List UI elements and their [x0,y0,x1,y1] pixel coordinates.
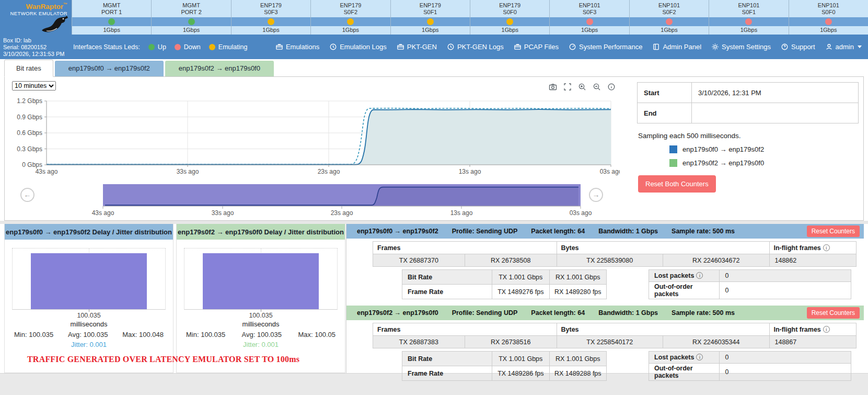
nav-emulation-logs[interactable]: Emulation Logs [329,43,387,51]
nav-pcap-files[interactable]: PCAP Files [514,43,559,51]
port-name-line1: ENP179 [391,2,470,9]
port-enp179s0f3[interactable]: ENP179S0F3 1Gbps [231,0,310,35]
histogram-unit: milliseconds [5,320,173,328]
max-value: Max: 100.048 [122,331,164,338]
briefcase-icon [397,43,404,51]
nav-pkt-gen-logs[interactable]: PKT-GEN Logs [447,43,504,51]
bitrate-label: Bit Rate [402,352,492,366]
clock-icon [447,43,455,51]
frames-tx: TX 26887383 [373,336,465,348]
frames-bytes-table: Frames Bytes In-flight frames TX 2688738… [373,323,857,348]
port-enp101s0f2[interactable]: ENP101S0F2 1Gbps [629,0,709,35]
legend-item-forward[interactable]: enp179s0f0 → enp179s0f2 [637,145,865,153]
port-name-line2: S0F2 [311,9,390,16]
fullscreen-icon[interactable] [563,82,572,92]
nav-pkt-gen[interactable]: PKT-GEN [397,43,437,51]
chart-navigator[interactable]: 43s ago 33s ago 23s ago 13s ago 03s ago [11,184,620,217]
bytes-tx: TX 2258540172 [557,336,663,348]
chart-side-panel: Start 3/10/2026, 12:31 PM End Sampling e… [637,82,865,193]
nav-emulations[interactable]: Emulations [275,43,319,51]
nav-support[interactable]: Support [781,43,815,51]
avg-value: Avg: 100.035 [242,331,282,338]
legend-swatch-green [669,159,677,167]
histogram-tick [261,309,261,312]
port-name-line2: S0F3 [232,9,310,16]
start-label: Start [638,83,692,103]
zoom-in-icon[interactable] [577,82,587,92]
port-status-led [268,18,274,25]
port-rate: 1Gbps [72,26,151,35]
bytes-rx: RX 2246034672 [663,254,770,267]
emulating-led-icon [209,44,215,50]
system-info: Box ID: lab Serial: 08200152 3/10/2026, … [3,37,64,58]
clock-icon [329,43,337,51]
port-enp179s0f0[interactable]: ENP179S0F0 1Gbps [470,0,549,35]
chevron-down-icon [858,46,862,48]
distribution-panel-forward: enp179s0f0 → enp179s0f2 Delay / Jitter d… [4,224,173,373]
tab-enp179s0f2-to-enp179s0f0[interactable]: enp179s0f2 → enp179s0f0 [165,61,274,76]
info-icon[interactable] [696,354,703,360]
bytes-tx: TX 2258539080 [557,254,663,267]
out-of-order-label: Out-of-order packets [649,282,720,299]
nav-user-menu[interactable]: admin [825,43,862,51]
port-status-led [586,18,593,25]
gear-icon [711,43,719,51]
reset-both-counters-button[interactable]: Reset Both Counters [638,175,716,193]
ports-header: WanRaptor™ NETWORK EMULATOR MGMTPORT 1 1… [0,0,868,35]
bitrate-tx: TX 1.001 Gbps [492,352,549,366]
zoom-out-icon[interactable] [592,82,601,92]
port-enp179s0f2[interactable]: ENP179S0F2 1Gbps [310,0,390,35]
rate-table: Bit Rate TX 1.001 Gbps RX 1.001 Gbps Fra… [402,351,607,381]
led-legend-up: Up [148,43,166,51]
question-circle-icon [781,43,789,51]
port-status-led [825,18,832,25]
info-icon[interactable] [823,326,830,333]
navigator-labels: 43s ago 33s ago 23s ago 13s ago 03s ago [92,209,592,217]
port-mgmt-port-1[interactable]: MGMTPORT 1 1Gbps [72,0,151,35]
pan-left-button[interactable]: ← [20,188,34,202]
out-of-order-label: Out-of-order packets [649,364,720,381]
serial-number: Serial: 08200152 [3,44,64,51]
chart-toolbar [548,82,616,92]
tab-bit-rates[interactable]: Bit rates [4,60,53,77]
bitrate-chart[interactable]: 1.2 Gbps 0.9 Gbps 0.6 Gbps 0.3 Gbps 0 Gb… [11,97,620,179]
port-name-line1: MGMT [72,2,151,9]
nav-system-performance[interactable]: System Performance [569,43,642,51]
framerate-label: Frame Rate [402,366,492,381]
info-icon[interactable] [823,244,830,251]
svg-text:0 Gbps: 0 Gbps [22,161,42,168]
port-mgmt-port-2[interactable]: MGMTPORT 2 1Gbps [151,0,230,35]
reset-counters-button[interactable]: Reset Counters [807,225,860,237]
snapshot-camera-icon[interactable] [548,82,558,92]
port-enp101s0f0[interactable]: ENP101S0F0 1Gbps [789,0,868,35]
port-name-line1: MGMT [152,2,230,9]
lost-packets-label: Lost packets [649,352,720,364]
annotation-note: TRAFFIC GENERATED OVER LATENCY EMULATOR … [27,355,299,364]
framerate-rx: RX 1489280 fps [549,285,607,299]
svg-text:13s ago: 13s ago [459,168,481,175]
legend-swatch-blue [669,145,677,153]
distribution-title: enp179s0f2 → enp179s0f0 Delay / Jitter d… [177,224,345,240]
reset-counters-button[interactable]: Reset Counters [807,307,860,319]
port-enp101s0f3[interactable]: ENP101S0F3 1Gbps [549,0,629,35]
tab-enp179s0f0-to-enp179s0f2[interactable]: enp179s0f0 → enp179s0f2 [55,61,164,76]
port-rate: 1Gbps [630,26,709,35]
info-icon[interactable] [696,272,703,279]
gauge-icon [569,43,576,51]
pan-right-button[interactable]: → [589,188,603,202]
distribution-title: enp179s0f0 → enp179s0f2 Delay / Jitter d… [5,224,173,240]
port-enp101s0f1[interactable]: ENP101S0F1 1Gbps [709,0,788,35]
min-value: Min: 100.035 [14,331,53,338]
time-range-select[interactable]: 10 minutes [12,81,56,91]
chart-info-icon[interactable] [607,82,616,92]
histogram-bar [203,253,319,309]
frames-rx: RX 26738516 [465,336,557,348]
legend-item-reverse[interactable]: enp179s0f2 → enp179s0f0 [637,159,865,167]
nav-system-settings[interactable]: System Settings [711,43,771,51]
briefcase-icon [514,43,522,51]
stats-header: enp179s0f2 → enp179s0f0 Profile: Sending… [346,306,864,320]
nav-admin-panel[interactable]: Admin Panel [652,43,701,51]
port-rate: 1Gbps [152,26,230,35]
svg-text:23s ago: 23s ago [331,209,353,217]
port-enp179s0f1[interactable]: ENP179S0F1 1Gbps [390,0,470,35]
